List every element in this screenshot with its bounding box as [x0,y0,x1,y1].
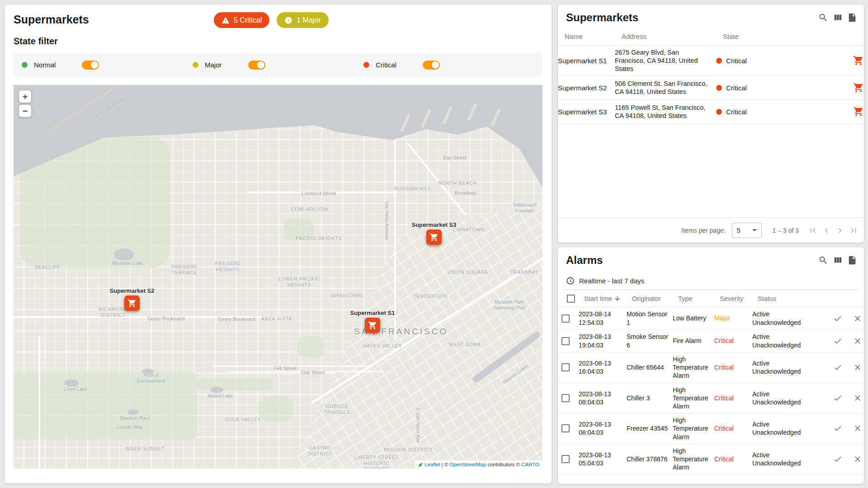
row-checkbox[interactable] [561,314,570,323]
state-filter-title: State filter [14,36,542,47]
type-cell: Fire Alarm [673,337,714,345]
warning-icon [222,16,230,24]
items-per-page-label: Items per page: [681,227,725,234]
chevron-down-icon [752,229,757,231]
alarm-row[interactable]: 2023-08-13 16:04:03 Chiller 65644 High T… [558,352,864,383]
columns-icon[interactable] [832,12,843,23]
page-size-select[interactable]: 5 [732,223,762,238]
alarm-actions [806,363,864,372]
next-page-button[interactable] [833,224,847,237]
alarms-column-headers: Start time Originator Type Severity Stat… [558,290,864,307]
status-cell: Active Unacknowledged [752,390,806,406]
alarm-row[interactable]: 2023-08-14 12:54:03 Motion Sensor 1 Low … [558,307,864,330]
zoom-in-button[interactable]: + [19,90,31,103]
acknowledge-icon[interactable] [833,424,842,433]
originator-cell: Smoke Sensor 6 [627,333,673,349]
start-time-cell: 2023-08-14 12:54:03 [579,310,627,326]
map-marker[interactable]: Supermarket S3 [426,230,442,245]
clear-icon[interactable] [853,394,862,403]
major-count-badge[interactable]: 1 Major [277,12,328,28]
acknowledge-icon[interactable] [833,363,842,372]
map-marker[interactable]: Supermarket S1 [365,318,380,333]
type-cell: High Temperature Alarm [673,416,714,441]
column-header-severity[interactable]: Severity [720,295,758,302]
column-header-type[interactable]: Type [678,295,720,302]
state-toggle[interactable] [248,61,265,70]
last-page-button[interactable] [847,224,860,237]
state-toggle[interactable] [423,61,440,70]
previous-page-button[interactable] [820,224,833,237]
state-filter-item: Critical [363,61,534,70]
table-row[interactable]: Supermarket S2 506 Clement St, San Franc… [558,76,864,100]
column-header-state[interactable]: State [723,33,795,40]
page-range-label: 1 – 3 of 3 [773,227,799,234]
type-cell: Low Battery [673,314,714,322]
state-filter-item: Normal [22,61,193,70]
zoom-out-button[interactable]: − [19,105,31,117]
state-filter-label: Major [205,61,222,69]
critical-count-badge[interactable]: 5 Critical [214,12,269,28]
row-checkbox[interactable] [561,363,570,371]
acknowledge-icon[interactable] [833,455,842,464]
alarm-row[interactable]: 2023-08-13 19:04:03 Smoke Sensor 6 Fire … [558,330,864,352]
alarms-title: Alarms [566,254,818,267]
start-time-cell: 2023-08-13 16:04:03 [579,359,627,375]
column-header-originator[interactable]: Originator [632,295,678,302]
search-icon[interactable] [818,255,829,266]
table-row[interactable]: Supermarket S3 1165 Powell St, San Franc… [558,100,864,124]
status-cell: Active Unacknowledged [752,333,806,349]
row-checkbox[interactable] [561,337,570,345]
columns-icon[interactable] [832,255,843,266]
entities-table-header: Supermarkets [558,5,864,28]
alarm-row[interactable]: 2023-08-13 08:04:03 Chiller 3 High Tempe… [558,383,864,414]
export-icon[interactable] [847,12,858,23]
column-header-start-time[interactable]: Start time [584,295,632,302]
type-cell: High Temperature Alarm [673,355,714,380]
map-canvas[interactable]: Golden Gate BridgeBay StreetNORTH BEACHR… [14,85,542,469]
alarm-actions [806,424,864,433]
cart-icon [124,296,140,311]
state-filter-item: Major [193,61,363,70]
column-header-address[interactable]: Address [622,33,723,40]
first-page-button[interactable] [806,224,820,237]
column-header-status[interactable]: Status [758,295,811,302]
zoom-control: + − [19,90,31,117]
clear-icon[interactable] [853,314,862,323]
carto-link[interactable]: CARTO [521,462,539,467]
acknowledge-icon[interactable] [833,394,842,403]
cart-icon[interactable] [853,82,864,93]
state-toggle[interactable] [82,61,99,70]
entity-state-cell: Critical [716,108,788,116]
attribution-text: contributors © [487,462,520,467]
status-cell: Active Unacknowledged [752,310,806,326]
start-time-cell: 2023-08-13 19:04:03 [579,333,627,349]
clear-icon[interactable] [853,424,862,433]
alarm-row[interactable]: 2023-08-13 08:04:03 Freezer 43545 High T… [558,413,864,444]
export-icon[interactable] [847,255,858,266]
cart-icon[interactable] [853,106,864,117]
acknowledge-icon[interactable] [833,314,842,323]
cart-icon[interactable] [853,55,864,66]
column-header-name[interactable]: Name [565,33,622,40]
clear-icon[interactable] [853,455,862,464]
entity-name-cell: Supermarket S3 [558,108,615,116]
state-filter-bar: Normal Major Critical [14,53,542,77]
page-size-value: 5 [737,226,741,234]
row-checkbox[interactable] [561,424,570,432]
clear-icon[interactable] [853,363,862,372]
clear-icon[interactable] [853,337,862,346]
row-checkbox[interactable] [561,394,570,402]
osm-link[interactable]: OpenStreetMap [449,462,486,467]
state-dot [363,62,369,68]
search-icon[interactable] [818,12,829,23]
select-all-checkbox[interactable] [567,295,575,303]
alarm-row[interactable]: 2023-08-13 05:04:03 Chiller 378876 High … [558,444,864,475]
cart-icon [365,318,380,333]
table-row[interactable]: Supermarket S1 2675 Geary Blvd, San Fran… [558,46,864,76]
entity-address-cell: 506 Clement St, San Francisco, CA 94118,… [615,80,716,96]
leaflet-link[interactable]: Leaflet [425,462,440,467]
row-checkbox[interactable] [561,455,570,463]
acknowledge-icon[interactable] [833,337,842,346]
map-marker[interactable]: Supermarket S2 [124,296,140,311]
time-window-button[interactable]: Realtime - last 7 days [563,275,859,290]
